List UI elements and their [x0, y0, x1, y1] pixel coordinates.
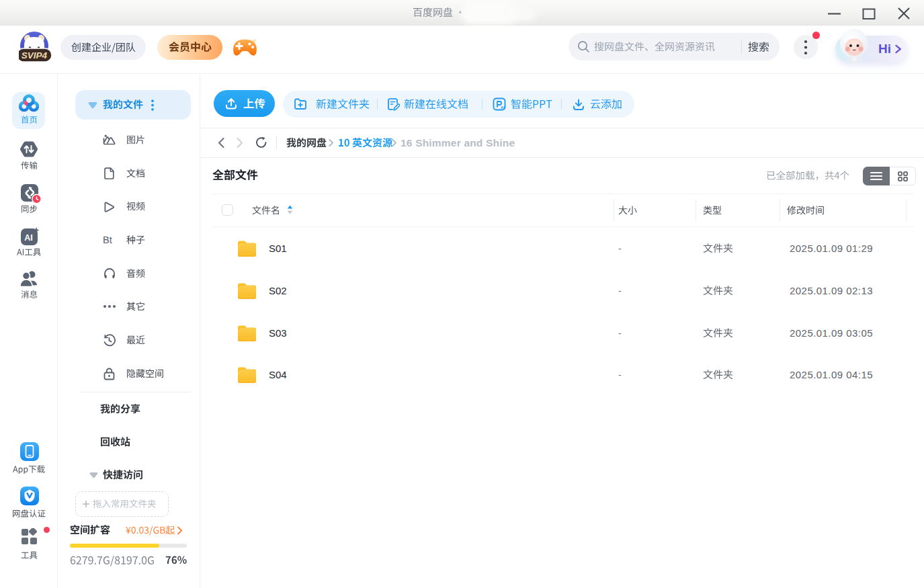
svg-text:AI: AI [501, 106, 505, 110]
svg-text:AI: AI [24, 233, 33, 243]
svg-text:SVIP4: SVIP4 [22, 50, 48, 60]
